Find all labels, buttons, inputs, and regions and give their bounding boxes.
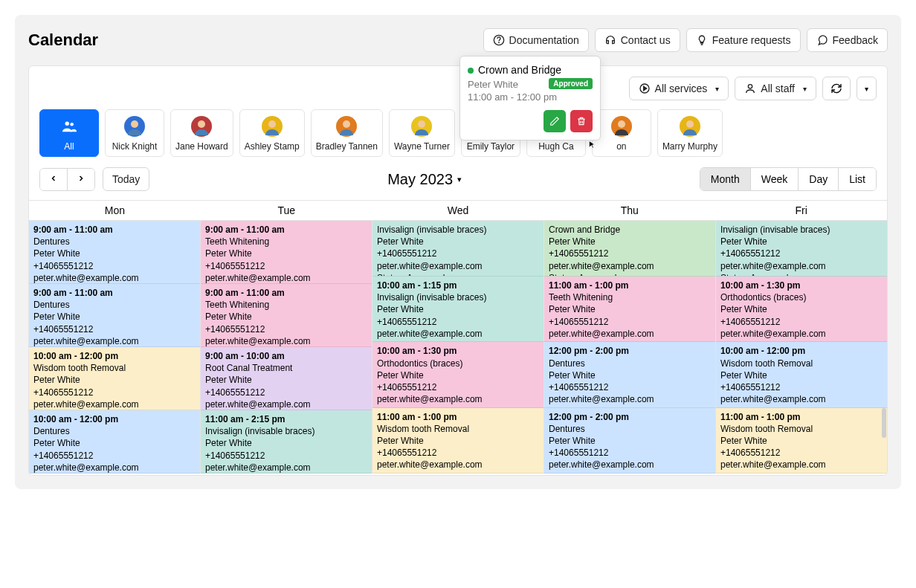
staff-card[interactable]: All [39, 109, 99, 157]
edit-button[interactable] [544, 110, 566, 132]
staff-card[interactable]: Bradley Tannen [311, 109, 383, 157]
staff-label: Nick Knight [112, 141, 158, 152]
calendar-column: Invisalign (invisable braces)Peter White… [716, 221, 887, 474]
calendar-event[interactable]: 9:00 am - 10:00 amRoot Canal TreatmentPe… [201, 347, 372, 410]
user-icon [744, 83, 756, 94]
svg-point-8 [131, 120, 138, 128]
calendar-event[interactable]: Invisalign (invisable braces)Peter White… [716, 221, 887, 277]
staff-label: All [64, 141, 74, 152]
chevron-down-icon: ▾ [803, 85, 807, 93]
view-month[interactable]: Month [700, 168, 751, 190]
avatar [124, 116, 145, 137]
calendar-event[interactable]: 10:00 am - 1:30 pmOrthodontics (braces)P… [372, 342, 544, 407]
day-header: Tue [201, 201, 372, 220]
calendar-event[interactable]: 11:00 am - 1:00 pmWisdom tooth RemovalPe… [716, 408, 887, 474]
svg-point-24 [686, 120, 694, 128]
view-week[interactable]: Week [751, 168, 799, 190]
svg-point-6 [70, 123, 74, 126]
calendar-event[interactable]: 10:00 am - 12:00 pmDenturesPeter White+1… [29, 410, 200, 474]
status-dot [468, 68, 474, 74]
avatar [336, 116, 357, 137]
calendar-event[interactable]: 9:00 am - 11:00 amTeeth WhiteningPeter W… [201, 284, 372, 347]
calendar-event[interactable]: 9:00 am - 11:00 amDenturesPeter White+14… [29, 221, 200, 284]
feature-requests-button[interactable]: Feature requests [686, 28, 801, 52]
calendar-event[interactable]: 10:00 am - 1:15 pmInvisalign (invisable … [372, 277, 544, 342]
refresh-icon [830, 83, 842, 94]
event-popover: Crown and Bridge Peter WhiteApproved 11:… [459, 65, 601, 140]
today-button[interactable]: Today [103, 167, 149, 191]
trash-icon [576, 116, 587, 126]
calendar-column: 9:00 am - 11:00 amTeeth WhiteningPeter W… [201, 221, 372, 474]
staff-card[interactable]: Nick Knight [105, 109, 164, 157]
calendar-event[interactable]: Invisalign (invisable braces)Peter White… [372, 221, 544, 277]
chevron-right-icon [77, 174, 86, 183]
documentation-button[interactable]: Documentation [483, 28, 589, 52]
day-header: Wed [372, 201, 544, 220]
avatar [680, 116, 700, 137]
refresh-button[interactable] [822, 77, 851, 100]
feedback-button[interactable]: Feedback [807, 28, 888, 52]
view-day[interactable]: Day [799, 168, 839, 190]
calendar-event[interactable]: 9:00 am - 11:00 amDenturesPeter White+14… [29, 284, 200, 347]
month-label[interactable]: May 2023▾ [387, 171, 462, 188]
calendar-event[interactable]: 10:00 am - 1:30 pmOrthodontics (braces)P… [716, 277, 887, 342]
staff-filter[interactable]: All staff▾ [735, 77, 816, 100]
avatar [411, 116, 432, 137]
svg-point-22 [618, 120, 625, 128]
svg-point-14 [343, 120, 350, 128]
delete-button[interactable] [570, 110, 593, 132]
headset-icon [604, 34, 616, 46]
staff-card[interactable]: Wayne Turner [389, 109, 455, 157]
calendar-event[interactable]: 12:00 pm - 2:00 pmDenturesPeter White+14… [544, 342, 715, 407]
calendar-event[interactable]: Crown and BridgePeter White+14065551212p… [544, 221, 715, 277]
svg-point-16 [418, 120, 425, 128]
play-icon [639, 83, 651, 94]
help-icon [493, 34, 505, 46]
calendar-column: Crown and BridgePeter White+14065551212p… [544, 221, 716, 474]
day-header: Fri [715, 201, 887, 220]
view-list[interactable]: List [839, 168, 876, 190]
svg-point-12 [268, 120, 276, 128]
staff-label: Bradley Tannen [316, 141, 378, 152]
services-filter[interactable]: All services▾ [629, 77, 729, 100]
chevron-down-icon: ▾ [865, 85, 868, 93]
avatar [611, 116, 632, 137]
svg-point-10 [198, 120, 205, 128]
contact-button[interactable]: Contact us [595, 28, 680, 52]
svg-point-4 [749, 85, 752, 88]
more-button[interactable]: ▾ [857, 77, 877, 100]
staff-label: Ashley Stamp [245, 141, 300, 152]
group-icon [59, 116, 80, 137]
chat-icon [816, 34, 828, 46]
popover-time: 11:00 am - 12:00 pm [468, 91, 593, 103]
prev-button[interactable] [40, 169, 68, 190]
svg-point-1 [498, 42, 499, 43]
calendar-event[interactable]: 10:00 am - 12:00 pmWisdom tooth RemovalP… [29, 347, 200, 410]
lightbulb-icon [696, 34, 708, 46]
day-header: Mon [29, 201, 201, 220]
calendar-event[interactable]: 11:00 am - 1:00 pmTeeth WhiteningPeter W… [544, 277, 715, 342]
chevron-down-icon: ▾ [715, 85, 719, 93]
staff-card[interactable]: Ashley Stamp [239, 109, 305, 157]
edit-icon [549, 116, 560, 126]
page-title: Calendar [28, 30, 98, 50]
chevron-left-icon [49, 174, 58, 183]
svg-marker-3 [643, 86, 646, 90]
chevron-down-icon: ▾ [457, 175, 462, 184]
staff-card[interactable]: Jane Howard [170, 109, 233, 157]
calendar-column: 9:00 am - 11:00 amDenturesPeter White+14… [29, 221, 201, 474]
calendar-event[interactable]: 11:00 am - 1:00 pmWisdom tooth RemovalPe… [372, 408, 544, 474]
staff-label: Wayne Turner [394, 141, 450, 152]
scrollbar[interactable] [882, 408, 886, 438]
staff-card[interactable]: Marry Murphy [657, 109, 723, 157]
calendar-event[interactable]: 11:00 am - 2:15 pmInvisalign (invisable … [201, 410, 372, 474]
staff-label: Emily Taylor [467, 141, 515, 152]
staff-label: Jane Howard [175, 141, 228, 152]
staff-label: Marry Murphy [662, 141, 717, 152]
svg-point-5 [65, 122, 70, 126]
calendar-event[interactable]: 12:00 pm - 2:00 pmDenturesPeter White+14… [544, 408, 715, 474]
next-button[interactable] [68, 169, 94, 190]
calendar-event[interactable]: 10:00 am - 12:00 pmWisdom tooth RemovalP… [716, 342, 887, 407]
popover-person: Peter White [468, 79, 518, 90]
calendar-event[interactable]: 9:00 am - 11:00 amTeeth WhiteningPeter W… [201, 221, 372, 284]
